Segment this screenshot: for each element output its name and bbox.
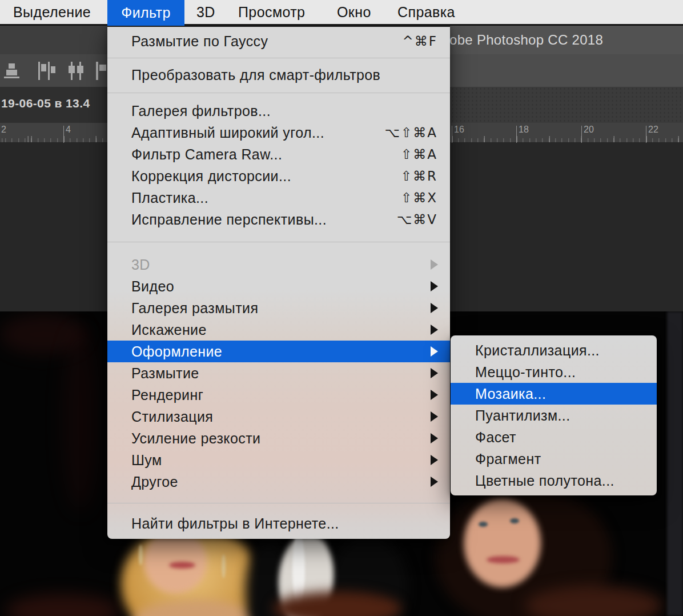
menubar-item-Окно[interactable]: Окно [337,0,371,24]
menu-item-label: Шум [131,452,162,468]
submenu-arrow-icon [431,411,438,422]
menu-item-label: Фильтр Camera Raw... [131,146,282,162]
menubar-item-Фильтр[interactable]: Фильтр [107,0,184,26]
filter-menu-item-5[interactable]: Адаптивный широкий угол...⌥⇧⌘A [107,122,450,143]
pixelate-submenu-item-2[interactable]: Мозаика... [451,383,657,405]
menu-item-label: Найти фильтры в Интернете... [131,515,339,531]
ruler-number: 2 [1,125,6,135]
ruler-number: 20 [584,125,594,135]
submenu-arrow-icon [431,368,438,378]
pixelate-submenu-item-5[interactable]: Фрагмент [451,448,657,470]
pixelate-submenu-item-0[interactable]: Кристаллизация... [451,339,657,361]
menu-item-label: 3D [131,257,150,273]
window-title: obe Photoshop CC 2018 [449,32,603,48]
filter-menu-item-6[interactable]: Фильтр Camera Raw...⇧⌘A [107,143,450,165]
align-bottom-edges-icon[interactable] [3,61,21,81]
pixelate-submenu-item-4[interactable]: Фасет [451,426,657,448]
menu-item-shortcut: ^⌘F [402,30,437,52]
menu-item-shortcut: ⇧⌘X [401,187,437,209]
submenu-arrow-icon [431,390,438,400]
filter-menu-item-9[interactable]: Исправление перспективы...⌥⌘V [107,209,450,230]
menu-item-shortcut: ⇧⌘R [401,165,437,187]
submenu-arrow-icon [431,346,438,357]
filter-menu-item-15[interactable]: Оформление [107,341,450,362]
menu-item-label: Меццо-тинто... [475,364,576,380]
screenshot-root: obe Photoshop CC 2018 19-06-05 в 13.4 2 [0,0,683,616]
filter-menu-item-12[interactable]: Видео [107,275,450,297]
distribute-left-edges-icon[interactable] [36,61,53,81]
submenu-arrow-icon [431,303,438,313]
menu-item-label: Исправление перспективы... [131,211,327,227]
ruler-number: 22 [648,125,658,135]
ruler-number: 18 [519,125,529,135]
filter-menu-item-0[interactable]: Размытие по Гауссу^⌘F [107,30,450,52]
ruler-number: 16 [454,125,464,135]
menu-item-label: Пластика... [131,190,208,206]
menu-item-label: Мозаика... [475,386,546,402]
menu-item-label: Галерея размытия [131,300,258,316]
filter-menu-item-19[interactable]: Усиление резкости [107,427,450,449]
menu-item-label: Коррекция дисторсии... [131,168,291,184]
submenu-arrow-icon [431,433,438,443]
menu-item-label: Галерея фильтров... [131,103,271,119]
menu-item-label: Фрагмент [475,451,541,467]
menu-item-label: Видео [131,278,174,294]
submenu-arrow-icon [431,281,438,291]
filter-menu-item-18[interactable]: Стилизация [107,406,450,427]
menu-item-label: Адаптивный широкий угол... [131,125,324,141]
filter-menu-item-23[interactable]: Найти фильтры в Интернете... [107,513,450,534]
menubar-underline [0,24,683,26]
menubar-item-Просмотр[interactable]: Просмотр [238,0,305,24]
menu-item-label: Другое [131,474,178,490]
menu-item-shortcut: ⇧⌘A [401,143,437,165]
menu-item-label: Стилизация [131,409,213,425]
pixelate-submenu: Кристаллизация...Меццо-тинто...Мозаика..… [451,335,657,495]
filter-menu-item-2[interactable]: Преобразовать для смарт-фильтров [107,64,450,86]
menubar-item-Справка[interactable]: Справка [397,0,455,24]
submenu-arrow-icon [431,259,438,270]
filter-menu-item-16[interactable]: Размытие [107,362,450,384]
menu-item-label: Цветные полутона... [475,473,614,489]
menu-item-label: Оформление [131,343,222,359]
macos-menubar: ВыделениеФильтр3DПросмотрОкноСправка [0,0,683,26]
menu-item-label: Усиление резкости [131,430,260,446]
menu-separator [107,58,450,58]
filter-menu-item-8[interactable]: Пластика...⇧⌘X [107,187,450,209]
menu-item-shortcut: ⌥⌘V [397,209,437,230]
menubar-item-Выделение[interactable]: Выделение [13,0,91,24]
menubar-item-3D[interactable]: 3D [196,0,215,24]
filter-menu-item-14[interactable]: Искажение [107,319,450,341]
pixelate-submenu-item-6[interactable]: Цветные полутона... [451,470,657,491]
menu-item-label: Размытие по Гауссу [131,33,268,49]
menu-item-label: Пуантилизм... [475,407,570,423]
filter-menu-item-21[interactable]: Другое [107,471,450,493]
filter-menu-item-13[interactable]: Галерея размытия [107,297,450,319]
distribute-horizontal-centers-icon[interactable] [67,61,85,81]
menu-separator [107,242,450,242]
filter-menu-item-17[interactable]: Рендеринг [107,384,450,406]
submenu-arrow-icon [431,325,438,335]
menu-separator [107,93,450,93]
menu-item-label: Рендеринг [131,387,203,403]
pixelate-submenu-item-3[interactable]: Пуантилизм... [451,405,657,426]
filter-menu-item-7[interactable]: Коррекция дисторсии...⇧⌘R [107,165,450,187]
filter-menu-item-4[interactable]: Галерея фильтров... [107,100,450,122]
menu-item-label: Искажение [131,322,207,338]
pixelate-submenu-item-1[interactable]: Меццо-тинто... [451,361,657,383]
menu-item-label: Размытие [131,365,199,381]
menu-item-shortcut: ⌥⇧⌘A [384,122,437,143]
submenu-arrow-icon [431,477,438,487]
filter-menu-item-20[interactable]: Шум [107,449,450,471]
menu-separator [107,503,450,503]
menu-item-label: Фасет [475,429,516,445]
submenu-arrow-icon [431,455,438,465]
menu-item-label: Преобразовать для смарт-фильтров [131,67,380,83]
filter-menu: Размытие по Гауссу^⌘FПреобразовать для с… [107,26,450,539]
filter-menu-item-11[interactable]: 3D [107,254,450,275]
menu-item-label: Кристаллизация... [475,342,600,358]
ruler-number: 4 [66,125,71,135]
document-tab[interactable]: 19-06-05 в 13.4 [1,97,90,110]
